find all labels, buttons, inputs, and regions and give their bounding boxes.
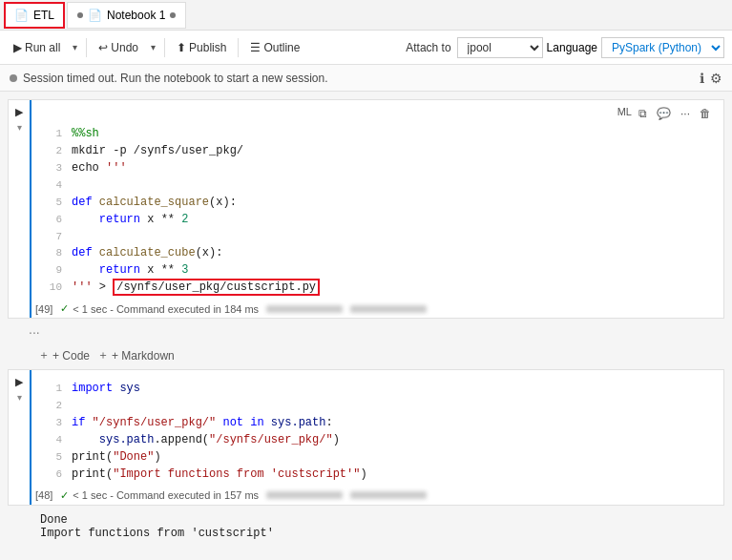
publish-icon: ⬆ <box>177 41 186 54</box>
notebook-area: ▶ ▾ ML ⧉ 💬 ··· 🗑 1 %%sh 2 mkdir -p /synf… <box>0 92 732 560</box>
session-message: Session timed out. Run the notebook to s… <box>23 72 328 85</box>
code2-line-6: 6 print("Import functions from 'custscri… <box>35 466 720 483</box>
attach-group: Attach to jpool <box>406 37 542 58</box>
code-line-9: 9 return x ** 3 <box>35 261 720 279</box>
cell-1-code: 1 %%sh 2 mkdir -p /synfs/user_pkg/ 3 ech… <box>35 125 720 300</box>
code2-line-2: 2 <box>35 397 720 414</box>
lang-group: Language PySpark (Python) <box>547 37 724 58</box>
exec-blur-4 <box>350 491 427 499</box>
add-markdown-icon: ＋ <box>97 347 109 363</box>
cell-2-run-btn[interactable]: ▶ <box>15 376 23 388</box>
cell-1-collapse-btn[interactable]: ▾ <box>17 122 22 133</box>
undo-chevron[interactable]: ▾ <box>148 39 158 55</box>
cell-1-copy-btn[interactable]: ⧉ <box>636 106 650 121</box>
session-dot <box>10 74 17 82</box>
tab-dot <box>77 12 83 18</box>
cell-1-exec-time: < 1 sec - Command executed in 184 ms <box>73 303 259 315</box>
cell-1-left-bar: ▶ ▾ <box>9 100 31 318</box>
toolbar: ▶ Run all ▾ ↩ Undo ▾ ⬆ Publish ☰ Outline… <box>0 31 732 65</box>
code-line-7: 7 <box>35 228 720 245</box>
settings-icon-btn[interactable]: ⚙ <box>710 71 722 86</box>
sep2 <box>164 38 165 57</box>
tab-notebook1-label: Notebook 1 <box>107 9 165 22</box>
add-code-button[interactable]: ＋ + Code <box>38 347 90 363</box>
cell-2-exec-num: [48] <box>35 489 52 501</box>
ellipsis-line: ··· <box>0 322 732 342</box>
sep1 <box>86 38 87 57</box>
add-code-icon: ＋ <box>38 347 50 363</box>
info-icon-btn[interactable]: ℹ <box>700 71 704 86</box>
tab-bar: 📄 ETL 📄 Notebook 1 <box>0 0 732 31</box>
notebook-icon-nb1: 📄 <box>88 9 102 22</box>
attach-select[interactable]: jpool <box>457 37 543 58</box>
cell-1: ▶ ▾ ML ⧉ 💬 ··· 🗑 1 %%sh 2 mkdir -p /synf… <box>8 99 724 319</box>
ml-label: ML <box>617 106 632 121</box>
outline-button[interactable]: ☰ Outline <box>244 38 305 57</box>
language-select[interactable]: PySpark (Python) <box>601 37 724 58</box>
cell-1-exec-num: [49] <box>35 303 52 315</box>
add-code-label: + Code <box>52 349 90 363</box>
outline-icon: ☰ <box>250 41 261 54</box>
path-highlight: /synfs/user_pkg/custscript.py <box>113 279 320 296</box>
run-all-chevron[interactable]: ▾ <box>70 39 80 55</box>
tab-etl[interactable]: 📄 ETL <box>4 2 65 29</box>
publish-button[interactable]: ⬆ Publish <box>171 38 232 57</box>
code2-line-3: 3 if "/synfs/user_pkg/" not in sys.path: <box>35 414 720 431</box>
code-line-1: 1 %%sh <box>35 125 720 142</box>
sep3 <box>238 38 239 57</box>
undo-button[interactable]: ↩ Undo <box>93 38 144 57</box>
code-line-5: 5 def calculate_square(x): <box>35 194 720 211</box>
code-line-3: 3 echo ''' <box>35 159 720 176</box>
exec-blur-2 <box>350 305 427 313</box>
cell-1-more-btn[interactable]: ··· <box>678 106 693 121</box>
code-line-6: 6 return x ** 2 <box>35 211 720 228</box>
cell-1-exec-result: [49] ✓ < 1 sec - Command executed in 184… <box>35 300 720 318</box>
code2-line-1: 1 import sys <box>35 380 720 397</box>
notebook-icon-etl: 📄 <box>14 9 29 22</box>
cell-2-collapse-btn[interactable]: ▾ <box>17 392 22 403</box>
code-line-2: 2 mkdir -p /synfs/user_pkg/ <box>35 142 720 159</box>
cell-2-left-bar: ▶ ▾ <box>9 370 31 505</box>
exec-blur-1 <box>266 305 343 313</box>
run-all-button[interactable]: ▶ Run all <box>8 38 66 57</box>
code-line-8: 8 def calculate_cube(x): <box>35 244 720 261</box>
cell-1-toolbar: ML ⧉ 💬 ··· 🗑 <box>35 104 720 123</box>
cell-2-exec-time: < 1 sec - Command executed in 157 ms <box>73 489 259 501</box>
cell-2-exec-result: [48] ✓ < 1 sec - Command executed in 157… <box>35 487 720 505</box>
code2-line-5: 5 print("Done") <box>35 448 720 466</box>
cell-1-comment-btn[interactable]: 💬 <box>654 106 674 121</box>
add-markdown-button[interactable]: ＋ + Markdown <box>97 347 175 363</box>
output-line2: Import functions from 'custscript' <box>40 527 722 540</box>
run-icon: ▶ <box>13 41 22 54</box>
check-icon-1: ✓ <box>60 302 69 315</box>
add-cell-bar: ＋ + Code ＋ + Markdown <box>0 342 732 369</box>
code2-line-4: 4 sys.path.append("/synfs/user_pkg/") <box>35 431 720 448</box>
cell-1-content: ML ⧉ 💬 ··· 🗑 1 %%sh 2 mkdir -p /synfs/us… <box>31 100 723 318</box>
cell-2-content: 1 import sys 2 3 if "/synfs/user_pkg/" n… <box>31 370 723 505</box>
cell-2: ▶ ▾ 1 import sys 2 3 if "/synfs/user_pkg… <box>8 369 724 506</box>
cell-2-code: 1 import sys 2 3 if "/synfs/user_pkg/" n… <box>35 374 720 487</box>
session-bar: Session timed out. Run the notebook to s… <box>0 65 732 92</box>
cell-1-delete-btn[interactable]: 🗑 <box>697 106 714 121</box>
tab-notebook1[interactable]: 📄 Notebook 1 <box>67 2 186 29</box>
code-line-4: 4 <box>35 176 720 194</box>
undo-icon: ↩ <box>98 41 108 54</box>
output-line1: Done <box>40 513 722 527</box>
code-line-10: 10 ''' > /synfs/user_pkg/custscript.py <box>35 279 720 296</box>
tab-dot2 <box>170 12 176 18</box>
check-icon-2: ✓ <box>60 489 69 502</box>
session-icons: ℹ ⚙ <box>700 71 722 86</box>
cell-1-run-btn[interactable]: ▶ <box>15 106 23 118</box>
exec-blur-3 <box>266 491 343 499</box>
tab-etl-label: ETL <box>33 9 54 22</box>
add-markdown-label: + Markdown <box>112 349 175 363</box>
output-area: Done Import functions from 'custscript' <box>0 509 732 544</box>
